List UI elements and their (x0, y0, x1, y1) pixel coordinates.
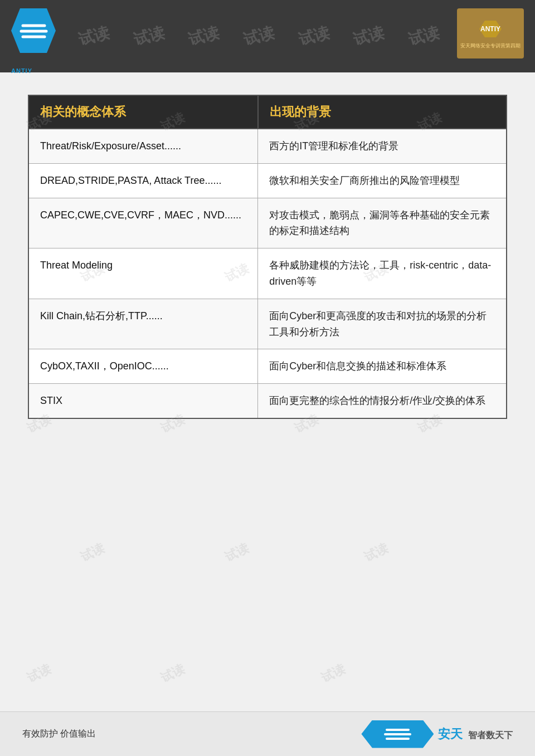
header-wm-4: 试读 (241, 22, 277, 50)
table-row: Kill Chain,钻石分析,TTP......面向Cyber和更高强度的攻击… (28, 299, 507, 349)
header-wm-3: 试读 (186, 22, 222, 50)
table-cell-col2: 面向更完整的综合性的情报分析/作业/交换的体系 (258, 384, 507, 418)
footer-brand-slogan: 智者数天下 (468, 730, 513, 740)
table-row: CybOX,TAXII，OpenIOC......面向Cyber和信息交换的描述… (28, 349, 507, 384)
table-cell-col2: 各种威胁建模的方法论，工具，risk-centric，data-driven等等 (258, 248, 507, 299)
header-wm-7: 试读 (406, 22, 442, 50)
footer-brand: 安天 智者数天下 (361, 720, 513, 748)
table-cell-col2: 对攻击模式，脆弱点，漏洞等各种基础的安全元素的标定和描述结构 (258, 198, 507, 248)
table-cell-col1: Threat/Risk/Exposure/Asset...... (28, 129, 258, 163)
header-wm-6: 试读 (351, 22, 387, 50)
svg-text:ANTIY: ANTIY (480, 25, 500, 33)
header-wm-5: 试读 (296, 22, 332, 50)
table-cell-col2: 面向Cyber和信息交换的描述和标准体系 (258, 349, 507, 384)
table-row: Threat Modeling各种威胁建模的方法论，工具，risk-centri… (28, 248, 507, 299)
col2-header: 出现的背景 (258, 95, 507, 129)
table-cell-col1: DREAD,STRIDE,PASTA, Attack Tree...... (28, 163, 258, 198)
table-row: STIX面向更完整的综合性的情报分析/作业/交换的体系 (28, 384, 507, 418)
header-wm-1: 试读 (76, 22, 112, 50)
table-row: Threat/Risk/Exposure/Asset......西方的IT管理和… (28, 129, 507, 163)
header: ANTIY 试读 试读 试读 试读 试读 试读 试读 ANTIY 安天网络安全专… (0, 0, 535, 72)
col1-header: 相关的概念体系 (28, 95, 258, 129)
logo-text: ANTIY (11, 67, 32, 74)
concepts-table: 相关的概念体系 出现的背景 Threat/Risk/Exposure/Asset… (28, 95, 507, 419)
page-wm-16: 试读 (319, 661, 348, 686)
logo-stripes (18, 16, 49, 46)
page-wm-11: 试读 (78, 540, 108, 565)
brand-subtitle: 安天网络安全专训营第四期 (460, 42, 521, 50)
table-row: DREAD,STRIDE,PASTA, Attack Tree......微软和… (28, 163, 507, 198)
table-cell-col1: Kill Chain,钻石分析,TTP...... (28, 299, 258, 349)
page-wm-14: 试读 (25, 661, 54, 686)
footer-tagline: 有效防护 价值输出 (22, 728, 96, 740)
main-content: 相关的概念体系 出现的背景 Threat/Risk/Exposure/Asset… (0, 72, 535, 436)
page-wm-15: 试读 (158, 661, 188, 686)
footer-brand-main: 安天 智者数天下 (438, 726, 513, 743)
header-watermarks: 试读 试读 试读 试读 试读 试读 试读 (0, 0, 535, 72)
header-wm-2: 试读 (132, 22, 167, 50)
footer-brand-antiy: 安天 (438, 727, 463, 741)
page-wm-12: 试读 (222, 540, 252, 565)
footer-logo-badge (361, 720, 434, 748)
header-brand: ANTIY 安天网络安全专训营第四期 (457, 8, 524, 58)
footer-brand-text-group: 安天 智者数天下 (438, 726, 513, 743)
table-cell-col1: Threat Modeling (28, 248, 258, 299)
table-cell-col2: 面向Cyber和更高强度的攻击和对抗的场景的分析工具和分析方法 (258, 299, 507, 349)
logo: ANTIY (11, 8, 67, 64)
footer: 有效防护 价值输出 安天 智者数天下 (0, 711, 535, 756)
table-cell-col1: STIX (28, 384, 258, 418)
table-cell-col1: CAPEC,CWE,CVE,CVRF，MAEC，NVD...... (28, 198, 258, 248)
logo-diamond (11, 8, 56, 53)
table-cell-col2: 微软和相关安全厂商所推出的风险管理模型 (258, 163, 507, 198)
page-wm-13: 试读 (362, 540, 391, 565)
table-cell-col2: 西方的IT管理和标准化的背景 (258, 129, 507, 163)
table-cell-col1: CybOX,TAXII，OpenIOC...... (28, 349, 258, 384)
table-row: CAPEC,CWE,CVE,CVRF，MAEC，NVD......对攻击模式，脆… (28, 198, 507, 248)
